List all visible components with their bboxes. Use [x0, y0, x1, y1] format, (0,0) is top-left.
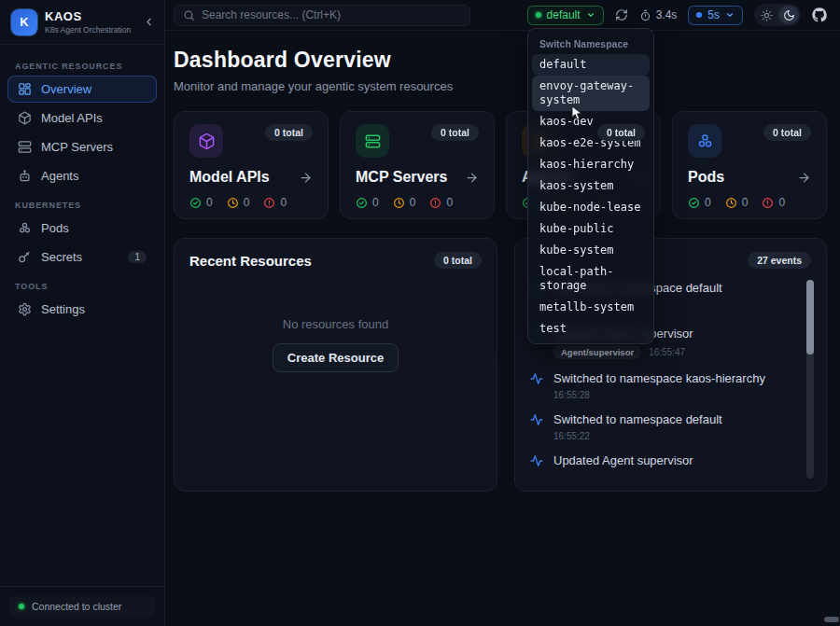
status-dot-green — [19, 604, 24, 609]
events-scrollbar[interactable] — [806, 280, 814, 479]
card-pods[interactable]: 0 total Pods 0 0 0 — [672, 111, 827, 219]
sidebar-item-pods[interactable]: Pods — [7, 215, 157, 242]
refresh-icon[interactable] — [615, 8, 628, 21]
sidebar-item-secrets[interactable]: Secrets 1 — [7, 243, 157, 271]
namespace-option-kube-node-lease[interactable]: kube-node-lease — [532, 197, 650, 218]
total-badge: 0 total — [597, 124, 645, 141]
alert-circle-icon — [263, 197, 275, 209]
search-input[interactable] — [202, 8, 461, 21]
namespace-option-envoy-gateway-system[interactable]: envoy-gateway-system — [532, 76, 650, 111]
sidebar-item-label: Overview — [41, 82, 91, 96]
card-mcp-servers[interactable]: 0 total MCP Servers 0 0 0 — [340, 111, 495, 219]
sidebar-item-label: Pods — [41, 221, 69, 235]
sidebar-item-overview[interactable]: Overview — [7, 76, 157, 103]
theme-toggle — [754, 4, 801, 26]
resource-cards-row: 0 total Model APIs 0 0 0 0 total MCP Ser… — [174, 111, 827, 219]
app-logo: K — [11, 9, 37, 35]
failed-stat: 0 — [263, 196, 287, 209]
clock-icon — [227, 197, 239, 209]
namespace-option-test[interactable]: test — [532, 318, 650, 340]
events-scrollbar-thumb[interactable] — [806, 280, 814, 355]
search-icon — [183, 9, 195, 21]
section-label-agentic: AGENTIC RESOURCES — [15, 62, 149, 71]
sidebar-item-model-apis[interactable]: Model APIs — [7, 104, 157, 132]
collapse-sidebar-icon[interactable] — [143, 16, 155, 28]
namespace-option-metallb-system[interactable]: metallb-system — [532, 297, 650, 318]
event-title: Switched to namespace kaos-hierarchy — [553, 371, 765, 385]
key-icon — [18, 250, 32, 264]
create-resource-button[interactable]: Create Resource — [273, 343, 399, 372]
empty-state-text: No resources found — [283, 317, 388, 331]
sidebar-item-agents[interactable]: Agents — [7, 162, 157, 189]
namespace-status-dot — [536, 12, 541, 18]
event-timestamp: 16:55:22 — [553, 431, 590, 441]
sidebar-header: K KAOS K8s Agent Orchestration — [0, 0, 164, 45]
namespace-option-local-path-storage[interactable]: local-path-storage — [532, 261, 650, 297]
bot-icon — [18, 169, 32, 183]
event-row[interactable]: Switched to namespace default 16:55:22 — [530, 412, 794, 441]
moon-icon[interactable] — [778, 6, 799, 24]
failed-stat: 0 — [429, 196, 453, 209]
card-model-apis[interactable]: 0 total Model APIs 0 0 0 — [174, 111, 329, 219]
card-title: Model APIs — [189, 169, 270, 186]
connection-status-text: Connected to cluster — [32, 601, 121, 612]
event-timestamp: 16:55:28 — [553, 390, 590, 400]
page-title: Dashboard Overview — [174, 48, 827, 73]
total-badge: 0 total — [763, 124, 811, 141]
activity-pulse-icon — [530, 372, 543, 400]
namespace-option-kaos-hierarchy[interactable]: kaos-hierarchy — [532, 154, 650, 175]
alert-circle-icon — [762, 197, 774, 209]
sidebar: K KAOS K8s Agent Orchestration AGENTIC R… — [0, 0, 165, 626]
namespace-selector-value: default — [547, 8, 581, 21]
event-row[interactable]: Updated Agent supervisor — [530, 453, 794, 467]
event-title: Switched to namespace default — [553, 412, 722, 426]
interval-status-dot — [696, 12, 702, 18]
alert-circle-icon — [429, 197, 441, 209]
events-count-badge: 27 events — [748, 252, 811, 269]
sidebar-item-settings[interactable]: Settings — [7, 296, 157, 323]
sidebar-nav: AGENTIC RESOURCES Overview Model APIs MC… — [0, 45, 164, 586]
namespace-selector[interactable]: default — [527, 6, 604, 25]
recent-resources-title: Recent Resources — [189, 253, 312, 269]
horizontal-scrollbar[interactable] — [824, 617, 839, 622]
cube-icon — [18, 111, 32, 125]
refresh-elapsed-text: 3.4s — [656, 8, 678, 21]
server-icon — [18, 140, 32, 154]
section-label-kubernetes: KUBERNETES — [15, 201, 149, 210]
event-resource-badge: Agent/supervisor — [553, 345, 641, 359]
refresh-interval-selector[interactable]: 5s — [688, 6, 743, 25]
interval-selector-value: 5s — [707, 8, 720, 21]
app-name: KAOS — [45, 9, 135, 23]
app-title-block: KAOS K8s Agent Orchestration — [45, 9, 135, 35]
github-icon[interactable] — [812, 7, 827, 22]
namespace-option-default[interactable]: default — [532, 54, 650, 76]
event-timestamp: 16:55:47 — [649, 347, 685, 357]
event-row[interactable]: Switched to namespace kaos-hierarchy 16:… — [530, 371, 794, 400]
sidebar-item-label: Settings — [41, 302, 85, 316]
sidebar-item-mcp-servers[interactable]: MCP Servers — [7, 133, 157, 160]
namespace-option-kaos-system[interactable]: kaos-system — [532, 175, 650, 197]
clock-icon — [393, 197, 405, 209]
sidebar-item-label: Secrets — [41, 250, 82, 264]
namespace-option-kube-public[interactable]: kube-public — [532, 218, 650, 240]
activity-pulse-icon — [530, 413, 543, 441]
arrow-right-icon — [797, 171, 811, 185]
check-circle-icon — [356, 197, 368, 209]
page-subtitle: Monitor and manage your agentic system r… — [174, 79, 827, 93]
section-label-tools: TOOLS — [15, 282, 149, 291]
namespace-dropdown-menu: Switch Namespace default envoy-gateway-s… — [527, 28, 654, 344]
pending-stat: 0 — [725, 196, 749, 209]
sun-icon[interactable] — [756, 6, 777, 24]
total-badge: 0 total — [434, 252, 482, 269]
ready-stat: 0 — [356, 196, 379, 209]
bottom-panels-row: Recent Resources 0 total No resources fo… — [174, 238, 827, 492]
card-title: Pods — [688, 169, 724, 186]
activity-pulse-icon — [530, 454, 543, 467]
app-tagline: K8s Agent Orchestration — [45, 25, 135, 35]
server-icon — [356, 124, 389, 158]
sidebar-footer: Connected to cluster — [0, 586, 164, 626]
search-box[interactable] — [174, 5, 470, 26]
mouse-cursor — [570, 105, 584, 125]
secrets-count-badge: 1 — [128, 251, 147, 263]
namespace-option-kube-system[interactable]: kube-system — [532, 240, 650, 261]
